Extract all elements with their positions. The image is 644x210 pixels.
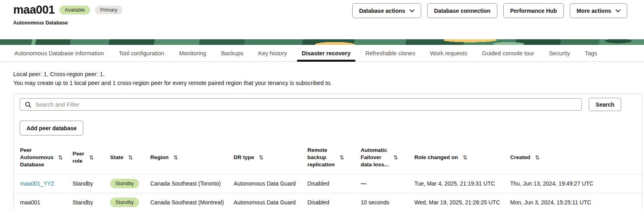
role-changed-on-cell: Wed, Mar 19, 2025, 21:28:25 UTC (414, 193, 510, 210)
sort-icon[interactable]: ⇅ (259, 154, 264, 161)
title-block: maa001 Available Primary Autonomous Data… (13, 3, 123, 26)
state-badge: Standby (110, 198, 139, 207)
performance-hub-button[interactable]: Performance Hub (503, 3, 564, 18)
database-actions-label: Database actions (359, 8, 405, 14)
performance-hub-label: Performance Hub (510, 8, 557, 14)
remote-backup-replication-cell: Disabled (307, 174, 361, 193)
column-header-created: Created⇅ (510, 140, 599, 174)
role-changed-on-cell: Tue, Mar 4, 2025, 21:19:31 UTC (414, 174, 510, 193)
table-header-row: Peer Autonomous Database⇅ Peer role⇅ Sta… (14, 140, 642, 174)
database-connection-button[interactable]: Database connection (427, 3, 497, 18)
page-header: maa001 Available Primary Autonomous Data… (0, 0, 644, 39)
dr-type-cell: Autonomous Data Guard (234, 174, 307, 193)
row-actions-button[interactable] (610, 182, 615, 188)
peer-database-name: maa001 (14, 193, 73, 210)
column-header-remote-backup-replication: Remote backup replication⇅ (307, 140, 361, 174)
sort-icon[interactable]: ⇅ (58, 154, 63, 161)
peer-role-cell: Standby (73, 193, 110, 210)
chevron-down-icon (616, 9, 620, 12)
column-header-automatic-failover-data-loss: Automatic Failover data loss...⇅ (361, 140, 414, 174)
sort-icon[interactable]: ⇅ (128, 154, 133, 161)
database-actions-button[interactable]: Database actions (352, 3, 421, 18)
peer-role-cell: Standby (73, 174, 110, 193)
remote-backup-replication-cell: Disabled (307, 193, 361, 210)
sort-icon[interactable]: ⇅ (463, 154, 468, 161)
role-status-badge: Primary (95, 6, 123, 14)
sort-icon[interactable]: ⇅ (174, 154, 178, 161)
header-actions: Database actions Database connection Per… (352, 3, 627, 18)
tab-refreshable-clones[interactable]: Refreshable clones (365, 50, 415, 57)
add-peer-database-button[interactable]: Add peer database (20, 121, 83, 135)
more-actions-button[interactable]: More actions (570, 3, 627, 18)
column-header-dr-type: DR type⇅ (234, 140, 307, 174)
tab-work-requests[interactable]: Work requests (430, 50, 467, 57)
column-header-peer-role: Peer role⇅ (73, 140, 110, 174)
created-cell: Mon, Jun 3, 2024, 15:25:11 UTC (510, 193, 599, 210)
region-cell: Canada Southeast (Montreal) (150, 193, 234, 210)
column-header-role-changed-on: Role changed on⇅ (414, 140, 510, 174)
search-box[interactable] (20, 98, 582, 111)
disaster-recovery-panel: Search Add peer database Peer Autonomous… (13, 93, 642, 210)
created-cell: Thu, Jun 13, 2024, 19:49:27 UTC (510, 174, 599, 193)
tab-guided-console-tour[interactable]: Guided console tour (482, 50, 534, 57)
database-connection-label: Database connection (434, 8, 491, 14)
peer-count-line: Local peer: 1, Cross-region peer: 1. (13, 70, 631, 79)
search-input[interactable] (35, 101, 577, 108)
tab-disaster-recovery[interactable]: Disaster recovery (302, 50, 351, 57)
search-icon (25, 101, 31, 108)
sort-icon[interactable]: ⇅ (89, 154, 94, 161)
more-actions-label: More actions (577, 8, 611, 14)
column-header-actions (599, 140, 642, 174)
tab-backups[interactable]: Backups (221, 50, 244, 57)
tab-tool-configuration[interactable]: Tool configuration (119, 50, 164, 57)
region-cell: Canada Southeast (Toronto) (150, 174, 234, 193)
peer-database-table: Peer Autonomous Database⇅ Peer role⇅ Sta… (14, 140, 642, 210)
search-row: Search (14, 98, 642, 111)
sort-icon[interactable]: ⇅ (394, 154, 398, 161)
peer-summary: Local peer: 1, Cross-region peer: 1. You… (13, 70, 631, 87)
table-row: maa001 Standby Standby Canada Southeast … (14, 193, 642, 210)
column-header-region: Region⇅ (150, 140, 234, 174)
search-button[interactable]: Search (589, 98, 621, 111)
sort-icon[interactable]: ⇅ (339, 154, 344, 161)
sort-icon[interactable]: ⇅ (535, 154, 540, 161)
table-row: maa001_YYZ Standby Standby Canada Southe… (14, 174, 642, 193)
chevron-down-icon (410, 9, 414, 12)
column-header-peer-autonomous-database: Peer Autonomous Database⇅ (14, 140, 73, 174)
dr-type-cell: Autonomous Data Guard (234, 193, 307, 210)
automatic-failover-data-loss-cell: 10 seconds (361, 193, 414, 210)
resource-type-label: Autonomous Database (13, 20, 123, 26)
tab-autonomous-database-information[interactable]: Autonomous Database information (14, 50, 104, 57)
tab-monitoring[interactable]: Monitoring (179, 50, 206, 57)
column-header-state: State⇅ (110, 140, 150, 174)
page-title: maa001 (13, 3, 55, 16)
row-actions-button[interactable] (610, 200, 615, 207)
automatic-failover-data-loss-cell: — (361, 174, 414, 193)
peer-limits-line: You may create up to 1 local peer and 1 … (13, 79, 631, 87)
availability-status-badge: Available (59, 6, 90, 14)
state-badge: Standby (110, 179, 139, 188)
tab-security[interactable]: Security (549, 50, 570, 57)
peer-database-link[interactable]: maa001_YYZ (20, 180, 55, 187)
tab-bar: Autonomous Database information Tool con… (0, 45, 644, 62)
tab-tags[interactable]: Tags (585, 50, 597, 57)
decorative-banner (0, 39, 644, 45)
tab-key-history[interactable]: Key history (258, 50, 287, 57)
